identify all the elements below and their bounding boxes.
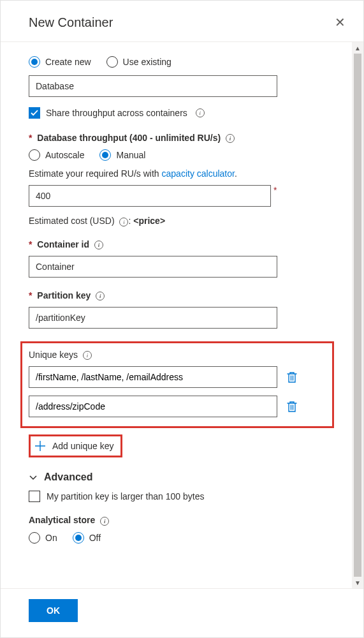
scrollbar[interactable]: ▲ ▼	[352, 42, 363, 588]
info-icon[interactable]: i	[119, 218, 128, 226]
info-icon[interactable]: i	[83, 351, 92, 360]
info-icon[interactable]: i	[94, 241, 103, 249]
ok-button[interactable]: OK	[29, 599, 78, 622]
add-unique-key-label: Add unique key	[52, 441, 114, 451]
share-throughput-label: Share throughput across containers	[46, 108, 187, 118]
estimated-cost-value: <price>	[133, 216, 165, 226]
radio-analytical-on[interactable]: On	[29, 532, 57, 544]
radio-off-label: Off	[89, 533, 101, 543]
delete-unique-key-button[interactable]	[286, 400, 298, 413]
unique-keys-highlight: Unique keys i	[20, 341, 334, 428]
chevron-down-icon	[29, 473, 38, 482]
scroll-down-arrow[interactable]: ▼	[352, 577, 363, 588]
advanced-label: Advanced	[44, 471, 92, 483]
large-partition-checkbox[interactable]	[29, 491, 40, 502]
trash-icon	[286, 400, 298, 413]
radio-autoscale-label: Autoscale	[45, 150, 84, 160]
throughput-helper-prefix: Estimate your required RU/s with	[29, 168, 162, 179]
scroll-thumb[interactable]	[354, 54, 361, 577]
trash-icon	[286, 371, 298, 383]
estimated-cost-label: Estimated cost (USD)	[29, 216, 117, 226]
scroll-up-arrow[interactable]: ▲	[352, 42, 363, 54]
info-icon[interactable]: i	[196, 108, 205, 117]
radio-icon	[106, 56, 118, 68]
throughput-input[interactable]	[29, 185, 271, 207]
unique-keys-label: Unique keys	[29, 350, 78, 360]
capacity-calculator-link[interactable]: capacity calculator	[162, 168, 235, 179]
close-button[interactable]: ✕	[330, 12, 351, 33]
info-icon[interactable]: i	[96, 292, 105, 300]
required-asterisk: *	[273, 185, 277, 195]
info-icon[interactable]: i	[226, 134, 235, 143]
radio-use-existing[interactable]: Use existing	[106, 56, 171, 68]
database-name-input[interactable]	[29, 75, 277, 97]
share-throughput-checkbox[interactable]	[29, 107, 40, 119]
unique-key-input-1[interactable]	[29, 396, 277, 417]
checkmark-icon	[31, 109, 38, 117]
form-content: Create new Use existing Share throughput…	[1, 42, 352, 588]
throughput-label: Database throughput (400 - unlimited RU/…	[37, 133, 221, 143]
radio-icon	[29, 56, 40, 68]
radio-icon	[29, 149, 40, 161]
radio-create-new[interactable]: Create new	[29, 56, 91, 68]
analytical-store-label: Analytical store	[29, 515, 95, 525]
info-icon[interactable]: i	[100, 517, 109, 526]
container-id-label: Container id	[37, 239, 89, 249]
partition-key-label: Partition key	[37, 290, 91, 300]
required-asterisk: *	[29, 133, 32, 143]
required-asterisk: *	[29, 239, 32, 249]
delete-unique-key-button[interactable]	[286, 371, 298, 383]
radio-manual-label: Manual	[116, 150, 145, 160]
plus-icon	[34, 440, 46, 452]
partition-key-input[interactable]	[29, 307, 277, 329]
advanced-toggle[interactable]: Advanced	[29, 471, 324, 483]
radio-create-new-label: Create new	[45, 57, 91, 67]
radio-icon	[29, 532, 40, 544]
panel-title: New Container	[29, 15, 113, 30]
required-asterisk: *	[29, 290, 32, 300]
unique-key-input-0[interactable]	[29, 366, 277, 388]
radio-autoscale[interactable]: Autoscale	[29, 149, 84, 161]
radio-use-existing-label: Use existing	[123, 57, 171, 67]
radio-on-label: On	[45, 533, 57, 543]
container-id-input[interactable]	[29, 256, 277, 278]
radio-analytical-off[interactable]: Off	[73, 532, 101, 544]
radio-icon	[99, 149, 111, 161]
radio-icon	[73, 532, 84, 544]
throughput-helper-suffix: .	[235, 168, 237, 179]
add-unique-key-button[interactable]: Add unique key	[29, 434, 122, 457]
large-partition-label: My partition key is larger than 100 byte…	[47, 491, 204, 501]
radio-manual[interactable]: Manual	[99, 149, 145, 161]
